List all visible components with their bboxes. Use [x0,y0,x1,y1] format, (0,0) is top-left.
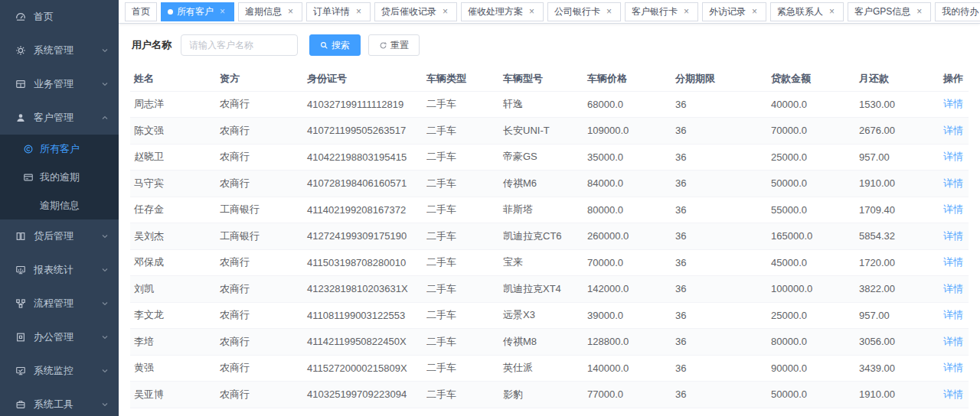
tab-visit-record[interactable]: 外访记录 × [702,2,766,21]
user-icon [15,112,26,123]
card-icon [23,172,34,183]
close-icon[interactable]: × [827,7,837,17]
cell: 36 [671,382,767,408]
cell-action: 详情 [939,197,969,223]
detail-link[interactable]: 详情 [943,177,963,189]
detail-link[interactable]: 详情 [943,98,963,109]
cell [671,408,767,416]
cell: 轩逸 [499,91,583,118]
tab-company-bank-card[interactable]: 公司银行卡 × [547,2,621,21]
chevron-down-icon [100,80,109,89]
detail-link[interactable]: 详情 [943,283,963,294]
content: 用户名称 搜索 重置 姓名资方身份证号车辆类型车辆型号车辆价格分期 [119,24,980,416]
chevron-down-icon [100,333,109,342]
close-icon[interactable]: × [286,7,296,17]
close-icon[interactable]: × [527,7,537,17]
cell [855,408,939,416]
sidebar-item-my-overdue[interactable]: 我的逾期 [0,163,119,191]
submenu-customer: 所有客户 我的逾期 逾期信息 [0,135,119,219]
sidebar-item-loan[interactable]: 贷后管理 [0,219,119,253]
column-header: 月还款 [855,67,939,91]
sidebar-item-label: 贷后管理 [34,229,100,243]
detail-link[interactable]: 详情 [943,230,963,242]
cell: 142000.0 [583,276,671,303]
tab-collection-record[interactable]: 贷后催收记录 × [374,2,457,21]
tab-home[interactable]: 首页 [125,2,157,21]
tab-order-detail[interactable]: 订单详情 × [306,2,371,21]
sidebar-item-office[interactable]: 办公管理 [0,320,119,354]
cell [130,408,216,416]
cell: 菲斯塔 [499,197,583,223]
search-input[interactable] [181,34,298,56]
main-area: 首页 所有客户 × 逾期信息 × 订单详情 × 贷后催收记录 × 催收处理方案 … [119,0,980,416]
tab-customer-bank-card[interactable]: 客户银行卡 × [625,2,698,21]
cell: 36 [671,276,767,303]
tab-label: 逾期信息 [245,5,282,18]
reset-button[interactable]: 重置 [368,34,420,56]
sidebar-item-monitor[interactable]: 系统监控 [0,354,119,388]
sidebar-item-label: 业务管理 [34,77,100,91]
detail-link[interactable]: 详情 [943,336,963,347]
table-header-row: 姓名资方身份证号车辆类型车辆型号车辆价格分期期限贷款金额月还款操作 [130,67,969,91]
close-icon[interactable]: × [750,7,760,17]
tab-all-customers[interactable]: 所有客户 × [161,2,234,21]
search-form: 用户名称 搜索 重置 [132,34,969,56]
tab-label: 我的待办 [942,5,978,18]
detail-link[interactable]: 详情 [943,362,963,373]
tab-label: 首页 [132,5,150,18]
tab-label: 紧急联系人 [777,5,823,18]
sidebar-item-label: 客户管理 [34,111,100,125]
cell: 赵晓卫 [130,144,216,171]
cell: 影豹 [499,382,583,408]
cell: 3056.00 [855,329,939,356]
sidebar-item-tools[interactable]: 系统工具 [0,388,119,416]
cell: 农商行 [216,144,303,171]
cell: 二手车 [423,329,499,356]
sidebar-item-business[interactable]: 业务管理 [0,67,119,101]
close-icon[interactable]: × [604,7,614,17]
tools-icon [15,399,26,410]
sidebar-item-overdue-info[interactable]: 逾期信息 [0,191,119,219]
sidebar-item-label: 逾期信息 [40,199,80,213]
tab-my-todo[interactable]: 我的待办 × [935,2,980,21]
cell: 二手车 [423,382,499,408]
tab-collection-plan[interactable]: 催收处理方案 × [461,2,544,21]
cell: 李文龙 [130,302,216,329]
table-row: 陈文强农商行410721199505263517二手车长安UNI-T109000… [130,118,969,145]
monitor-icon [15,366,26,376]
detail-link[interactable]: 详情 [943,151,963,162]
sidebar-item-label: 办公管理 [34,330,100,344]
detail-link[interactable]: 详情 [943,125,963,136]
sidebar-item-report[interactable]: 报表统计 [0,253,119,287]
tab-customer-gps[interactable]: 客户GPS信息 × [848,2,931,21]
gear-icon [15,45,26,56]
close-icon[interactable]: × [217,7,227,17]
detail-link[interactable]: 详情 [943,203,963,215]
detail-link[interactable]: 详情 [943,256,963,268]
tab-label: 客户GPS信息 [854,5,910,18]
close-icon[interactable]: × [914,7,924,17]
sidebar-item-system[interactable]: 系统管理 [0,34,119,67]
sidebar-item-process[interactable]: 流程管理 [0,287,119,320]
detail-link[interactable]: 详情 [943,309,963,320]
cell: 黄强 [130,355,216,382]
tab-overdue-info[interactable]: 逾期信息 × [238,2,302,21]
cell: 二手车 [423,249,499,276]
chevron-down-icon [100,265,109,275]
close-icon[interactable]: × [354,7,364,17]
tab-emergency-contact[interactable]: 紧急联系人 × [770,2,844,21]
table-row: 李培农商行41142119950822450X二手车传祺M8128800.036… [130,329,969,356]
detail-link[interactable]: 详情 [943,388,963,400]
copyright-icon [23,144,34,154]
search-button[interactable]: 搜索 [309,34,361,56]
sidebar-item-customer[interactable]: 客户管理 [0,101,119,135]
close-icon[interactable]: × [440,7,450,17]
close-icon[interactable]: × [681,7,691,17]
sidebar-item-label: 系统管理 [34,44,100,57]
cell: 128800.0 [583,329,671,356]
cell [499,408,583,416]
cell: 36 [671,144,767,171]
tab-label: 所有客户 [177,5,214,18]
sidebar-item-all-customers[interactable]: 所有客户 [0,135,119,163]
sidebar-item-home[interactable]: 首页 [0,0,119,34]
